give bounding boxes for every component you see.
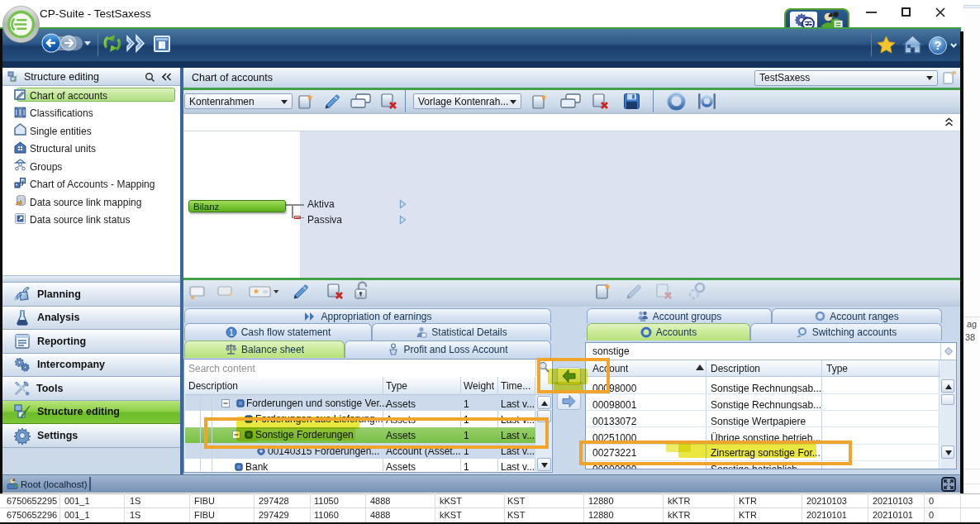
svg-text:1: 1: [229, 327, 234, 336]
svg-text:?: ?: [934, 38, 941, 52]
